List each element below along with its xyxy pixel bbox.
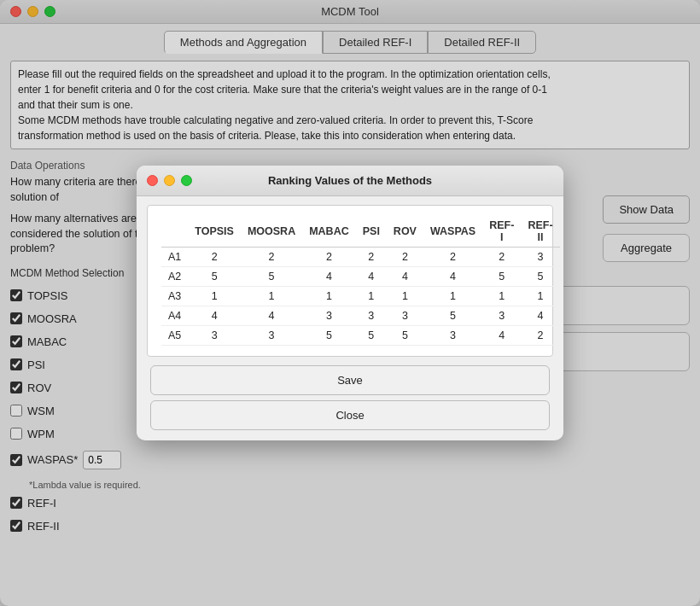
col-rov: ROV <box>387 216 423 248</box>
cell-value: 4 <box>302 267 356 287</box>
modal-maximize-light[interactable] <box>181 175 192 186</box>
modal-overlay: Ranking Values of the Methods TOPSIS MOO… <box>0 0 700 606</box>
cell-value: 1 <box>188 287 241 306</box>
modal-minimize-light[interactable] <box>164 175 175 186</box>
cell-value: 4 <box>387 267 423 287</box>
cell-value: 1 <box>241 287 302 306</box>
cell-value: 3 <box>188 326 241 346</box>
cell-value: 2 <box>521 326 559 346</box>
cell-value: 4 <box>188 306 241 326</box>
col-topsis: TOPSIS <box>188 216 241 248</box>
cell-value: 1 <box>387 287 423 306</box>
cell-value: 4 <box>423 267 482 287</box>
cell-value: 1 <box>521 287 559 306</box>
cell-alt: A2 <box>161 267 188 287</box>
cell-value: 2 <box>482 248 521 267</box>
cell-alt: A4 <box>161 306 188 326</box>
modal-traffic-lights <box>147 175 192 186</box>
col-moosra: MOOSRA <box>241 216 302 248</box>
cell-value: 4 <box>482 326 521 346</box>
col-refi: REF-I <box>482 216 521 248</box>
cell-value: 4 <box>241 306 302 326</box>
cell-value: 5 <box>423 306 482 326</box>
table-row: A444333534 <box>161 306 560 326</box>
cell-value: 4 <box>356 267 387 287</box>
cell-value: 2 <box>188 248 241 267</box>
cell-value: 2 <box>241 248 302 267</box>
ranking-modal: Ranking Values of the Methods TOPSIS MOO… <box>137 166 563 440</box>
cell-value: 1 <box>423 287 482 306</box>
modal-buttons: Save Close <box>137 365 563 440</box>
cell-value: 5 <box>356 326 387 346</box>
cell-value: 3 <box>356 306 387 326</box>
modal-header: Ranking Values of the Methods <box>137 166 563 196</box>
cell-value: 3 <box>423 326 482 346</box>
col-psi: PSI <box>356 216 387 248</box>
cell-value: 3 <box>302 306 356 326</box>
col-alt <box>161 216 188 248</box>
cell-value: 3 <box>241 326 302 346</box>
modal-title: Ranking Values of the Methods <box>268 174 432 187</box>
cell-alt: A1 <box>161 248 188 267</box>
ranking-table: TOPSIS MOOSRA MABAC PSI ROV WASPAS REF-I… <box>161 216 560 346</box>
cell-value: 1 <box>302 287 356 306</box>
cell-value: 3 <box>387 306 423 326</box>
cell-value: 2 <box>423 248 482 267</box>
cell-value: 5 <box>188 267 241 287</box>
cell-value: 2 <box>302 248 356 267</box>
cell-value: 3 <box>482 306 521 326</box>
cell-value: 1 <box>356 287 387 306</box>
ranking-table-container: TOPSIS MOOSRA MABAC PSI ROV WASPAS REF-I… <box>147 205 553 357</box>
cell-value: 2 <box>387 248 423 267</box>
cell-value: 4 <box>521 306 559 326</box>
cell-value: 5 <box>482 267 521 287</box>
col-mabac: MABAC <box>302 216 356 248</box>
col-waspas: WASPAS <box>423 216 482 248</box>
modal-close-light[interactable] <box>147 175 158 186</box>
col-refii: REF-II <box>521 216 559 248</box>
cell-value: 5 <box>302 326 356 346</box>
cell-value: 5 <box>241 267 302 287</box>
cell-value: 1 <box>482 287 521 306</box>
cell-alt: A3 <box>161 287 188 306</box>
modal-save-button[interactable]: Save <box>150 365 550 395</box>
modal-close-button[interactable]: Close <box>150 400 550 430</box>
app-window: MCDM Tool Methods and Aggregation Detail… <box>0 0 700 606</box>
table-row: A311111111 <box>161 287 560 306</box>
table-row: A255444455 <box>161 267 560 287</box>
table-row: A533555342 <box>161 326 560 346</box>
cell-value: 5 <box>387 326 423 346</box>
cell-alt: A5 <box>161 326 188 346</box>
cell-value: 3 <box>521 248 559 267</box>
cell-value: 2 <box>356 248 387 267</box>
cell-value: 5 <box>521 267 559 287</box>
table-header-row: TOPSIS MOOSRA MABAC PSI ROV WASPAS REF-I… <box>161 216 560 248</box>
table-row: A122222223 <box>161 248 560 267</box>
